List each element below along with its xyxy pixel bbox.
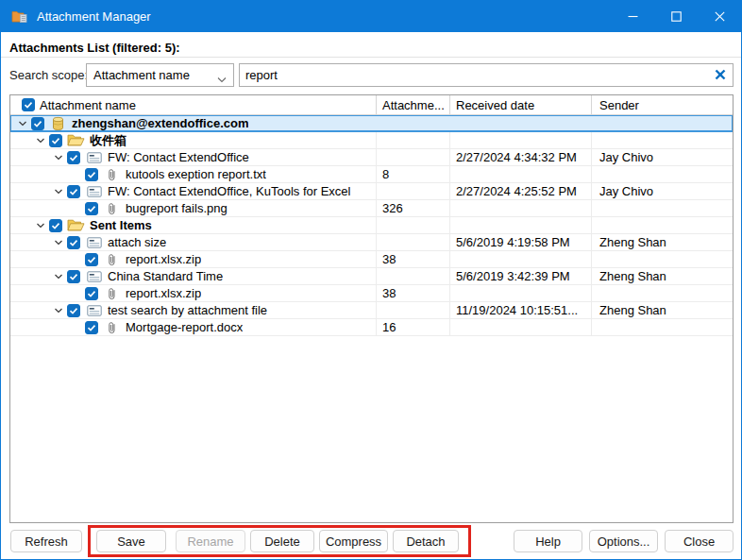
tree-row[interactable]: 收件箱: [10, 132, 733, 149]
expander-chevron-down-icon[interactable]: [50, 307, 67, 314]
row-sender-cell: Zheng Shan: [591, 268, 733, 284]
column-header-attachment-name[interactable]: Attachment name: [40, 98, 136, 112]
row-checkbox[interactable]: [85, 202, 98, 215]
table-header-row: Attachment name Attachme... Received dat…: [10, 95, 733, 115]
column-header-sender[interactable]: Sender: [591, 95, 733, 114]
row-checkbox[interactable]: [67, 270, 80, 283]
row-size-cell: [376, 115, 449, 131]
refresh-button[interactable]: Refresh: [10, 530, 82, 552]
row-checkbox[interactable]: [85, 168, 98, 181]
tree-row[interactable]: attach size5/6/2019 4:19:58 PMZheng Shan: [10, 234, 733, 251]
tree-row[interactable]: Mortgage-report.docx16: [10, 319, 733, 336]
row-checkbox[interactable]: [49, 134, 62, 147]
row-size-cell: 326: [376, 200, 449, 216]
tree-row[interactable]: China Standard Time5/6/2019 3:42:39 PMZh…: [10, 268, 733, 285]
close-button[interactable]: [698, 1, 741, 32]
row-sender-cell: Jay Chivo: [591, 183, 733, 199]
search-scope-dropdown[interactable]: Attachment name: [86, 63, 234, 87]
expander-chevron-down-icon[interactable]: [32, 222, 49, 229]
row-date-cell: 2/27/2024 4:34:32 PM: [449, 149, 591, 165]
tree-row[interactable]: report.xlsx.zip38: [10, 251, 733, 268]
attachments-table: Attachment name Attachme... Received dat…: [9, 94, 734, 523]
paperclip-icon: [103, 168, 121, 181]
row-date-cell: [449, 217, 591, 233]
tree-row[interactable]: kutools exeption report.txt8: [10, 166, 733, 183]
mail-icon: [85, 305, 103, 316]
row-size-cell: [376, 302, 449, 318]
column-header-attachment-size[interactable]: Attachme...: [376, 95, 449, 114]
expander-chevron-down-icon[interactable]: [50, 239, 67, 246]
paperclip-icon: [103, 202, 121, 215]
row-size-cell: 38: [376, 285, 449, 301]
row-checkbox[interactable]: [49, 219, 62, 232]
row-checkbox[interactable]: [85, 321, 98, 334]
app-icon: [11, 9, 27, 24]
tree-row[interactable]: FW: Contact ExtendOffice2/27/2024 4:34:3…: [10, 149, 733, 166]
row-checkbox[interactable]: [67, 304, 80, 317]
detach-button[interactable]: Detach: [393, 530, 459, 552]
row-size-cell: 38: [376, 251, 449, 267]
delete-button[interactable]: Delete: [250, 530, 314, 552]
row-size-cell: [376, 268, 449, 284]
search-input[interactable]: [239, 63, 734, 87]
row-label: FW: Contact ExtendOffice: [108, 150, 249, 164]
row-date-cell: [449, 200, 591, 216]
row-date-cell: 2/27/2024 4:25:52 PM: [449, 183, 591, 199]
tree-row[interactable]: test search by attachment file11/19/2024…: [10, 302, 733, 319]
column-header-received-date[interactable]: Received date: [449, 95, 591, 114]
row-label: China Standard Time: [108, 269, 223, 283]
row-checkbox[interactable]: [85, 287, 98, 300]
row-sender-cell: [591, 132, 733, 148]
row-sender-cell: [591, 115, 733, 131]
row-sender-cell: Zheng Shan: [591, 302, 733, 318]
compress-button[interactable]: Compress: [319, 530, 388, 552]
select-all-checkbox[interactable]: [22, 98, 35, 111]
window-title: Attachment Manager: [37, 9, 151, 24]
row-sender-cell: [591, 166, 733, 182]
minimize-button[interactable]: [611, 1, 654, 32]
search-scope-label: Search scope:: [9, 68, 88, 82]
row-size-cell: [376, 234, 449, 250]
expander-chevron-down-icon[interactable]: [14, 120, 31, 127]
folder-icon: [67, 218, 85, 232]
expander-chevron-down-icon[interactable]: [50, 188, 67, 195]
row-size-cell: [376, 149, 449, 165]
row-checkbox[interactable]: [31, 117, 44, 130]
expander-chevron-down-icon[interactable]: [32, 137, 49, 144]
row-label: Mortgage-report.docx: [126, 320, 243, 334]
row-size-cell: [376, 132, 449, 148]
chevron-down-icon: [217, 72, 227, 86]
close-button[interactable]: Close: [665, 530, 734, 552]
row-label: report.xlsx.zip: [126, 252, 201, 266]
row-checkbox[interactable]: [67, 236, 80, 249]
row-sender-cell: [591, 251, 733, 267]
maximize-button[interactable]: [654, 1, 698, 32]
expander-chevron-down-icon[interactable]: [50, 154, 67, 161]
expander-chevron-down-icon[interactable]: [50, 273, 67, 280]
tree-row[interactable]: report.xlsx.zip38: [10, 285, 733, 302]
options-button[interactable]: Options...: [589, 530, 658, 552]
help-button[interactable]: Help: [514, 530, 582, 552]
rename-button: Rename: [176, 530, 245, 552]
row-checkbox[interactable]: [67, 185, 80, 198]
row-checkbox[interactable]: [67, 151, 80, 164]
tree-row[interactable]: bugreport fails.png326: [10, 200, 733, 217]
row-date-cell: 5/6/2019 3:42:39 PM: [449, 268, 591, 284]
row-sender-cell: [591, 200, 733, 216]
clear-search-icon[interactable]: [714, 68, 727, 81]
row-label: zhengshan@extendoffice.com: [72, 116, 248, 130]
row-date-cell: 5/6/2019 4:19:58 PM: [449, 234, 591, 250]
attachments-list-label: Attachments List (filtered: 5):: [9, 41, 180, 55]
save-button[interactable]: Save: [96, 530, 166, 552]
tree-row[interactable]: FW: Contact ExtendOffice, KuTools for Ex…: [10, 183, 733, 200]
row-size-cell: [376, 217, 449, 233]
row-checkbox[interactable]: [85, 253, 98, 266]
mail-icon: [85, 271, 103, 282]
row-date-cell: [449, 251, 591, 267]
mail-icon: [85, 152, 103, 163]
row-label: kutools exeption report.txt: [126, 167, 266, 181]
tree-row[interactable]: zhengshan@extendoffice.com: [10, 115, 733, 132]
row-sender-cell: Zheng Shan: [591, 234, 733, 250]
search-scope-value: Attachment name: [93, 68, 190, 82]
tree-row[interactable]: Sent Items: [10, 217, 733, 234]
